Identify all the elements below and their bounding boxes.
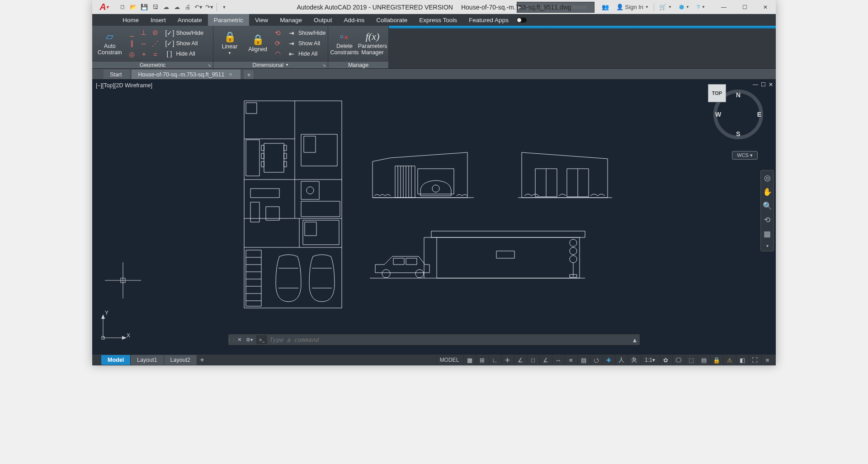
tab-parametric[interactable]: Parametric [208,14,249,26]
new-tab-button[interactable]: + [244,70,254,79]
qat-saveas-icon[interactable]: 🖫 [150,2,160,12]
maximize-button[interactable]: ☐ [734,0,755,14]
geom-showhide-button[interactable]: [✓]Show/Hide [164,28,205,38]
nav-pan-icon[interactable]: ✋ [763,187,772,197]
qat-new-icon[interactable]: 🗋 [118,2,127,12]
tab-addins[interactable]: Add-ins [338,14,370,26]
collinear-icon[interactable]: ⋰ [150,38,161,48]
exchange-button[interactable]: 🛒▼ [656,0,675,14]
tab-manage[interactable]: Manage [274,14,308,26]
tab-view[interactable]: View [249,14,274,26]
view-cube[interactable]: N S E W TOP [713,90,763,139]
help-button[interactable]: ?▼ [693,0,709,14]
status-scale-button[interactable]: 1:1 ▾ [641,355,659,365]
tangent-icon[interactable]: ⊘ [150,28,161,38]
app-logo[interactable]: A▾ [92,0,116,14]
qat-redo-icon[interactable]: ↷▾ [204,2,214,12]
status-3dosnap-icon[interactable]: ∠ [539,355,551,365]
status-lweight-icon[interactable]: ≡ [565,355,576,365]
nav-orbit-icon[interactable]: ⟲ [764,215,770,225]
parameters-manager-button[interactable]: f(x) Parameters Manager [360,28,385,59]
dim-hideall-button[interactable]: ⇤Hide All [286,49,327,59]
command-line[interactable]: ⋮⋮ ✕ ⚙▾ >_ ▴ [228,334,640,346]
tab-collaborate[interactable]: Collaborate [370,14,413,26]
viewcube-s[interactable]: S [736,130,740,137]
minimize-button[interactable]: — [713,0,734,14]
dim-ico2[interactable]: ⟳ [272,38,283,48]
status-grid-icon[interactable]: ▦ [463,355,475,365]
qat-dropdown-icon[interactable]: ▼ [219,2,229,12]
status-polar-icon[interactable]: ✛ [501,355,513,365]
status-annomon-icon[interactable]: ✚ [603,355,614,365]
status-custom-icon[interactable]: ≡ [761,355,773,365]
cmd-history-icon[interactable]: ▴ [630,336,640,344]
drawing-viewport[interactable]: [–][Top][2D Wireframe] — ☐ ✕ [92,80,776,355]
tab-featuredapps[interactable]: Featured Apps [463,14,514,26]
dim-ico3[interactable]: ◠ [272,49,283,59]
viewcube-e[interactable]: E [757,111,761,118]
viewcube-w[interactable]: W [715,111,721,118]
horizontal-icon[interactable]: ↔ [138,38,149,48]
status-osnap-icon[interactable]: □ [527,355,538,365]
cmd-drag-handle-icon[interactable]: ⋮⋮ [228,339,235,341]
app-badge-button[interactable]: ⬢▼ [675,0,693,14]
layout-tab-2[interactable]: Layout2 [164,355,197,365]
status-lock-icon[interactable]: 🔒 [710,355,722,365]
qat-open-icon[interactable]: 📂 [128,2,138,12]
status-annoscale-icon[interactable]: 人 [615,355,627,365]
geom-showall-button[interactable]: [✓]Show All [164,38,205,48]
drawing-canvas[interactable] [92,80,776,355]
status-hwacc-icon[interactable]: ◧ [736,355,748,365]
signin-button[interactable]: 👤Sign In▼ [613,0,652,14]
dim-showhide-button[interactable]: ⇥Show/Hide [286,28,327,38]
auto-constrain-button[interactable]: ▱ Auto Constrain [96,28,124,59]
concentric-icon[interactable]: ◎ [127,49,137,59]
geom-hideall-button[interactable]: [ ]Hide All [164,49,205,59]
symmetric-icon[interactable]: ⌖ [138,49,149,59]
panel-launcher-icon[interactable]: ↘ [208,63,211,67]
viewcube-top[interactable]: TOP [708,84,726,102]
aligned-button[interactable]: 🔒 Aligned [245,28,270,59]
nav-showmotion-icon[interactable]: ▦ [764,229,771,239]
tab-home[interactable]: Home [117,14,145,26]
ucs-icon[interactable]: Y X [99,311,130,344]
cmd-config-icon[interactable]: ⚙▾ [245,337,255,343]
tab-annotate[interactable]: Annotate [172,14,208,26]
status-cycling-icon[interactable]: ⭯ [590,355,602,365]
status-annovis-icon[interactable]: 夬 [628,355,640,365]
parallel-icon[interactable]: ∥ [127,38,137,48]
file-tab-start[interactable]: Start [103,69,130,79]
coincident-icon[interactable]: ⎯ [127,28,137,38]
wcs-badge[interactable]: WCS ▾ [732,151,758,160]
dim-ico1[interactable]: ⟲ [272,28,283,38]
qat-undo-icon[interactable]: ↶▾ [193,2,203,12]
nav-collapse-icon[interactable]: ▾ [766,243,769,248]
status-isolate-icon[interactable]: ⚠ [723,355,735,365]
tab-expresstools[interactable]: Express Tools [413,14,463,26]
qat-plot-icon[interactable]: 🖨 [183,2,193,12]
status-units-icon[interactable]: ⬚ [685,355,697,365]
tab-output[interactable]: Output [308,14,338,26]
cmd-close-icon[interactable]: ✕ [235,336,245,343]
a360-button[interactable]: 👥 [598,0,613,14]
status-monitor-icon[interactable]: 🖵 [672,355,684,365]
close-button[interactable]: ✕ [755,0,776,14]
status-qprops-icon[interactable]: ▤ [698,355,709,365]
status-snap-icon[interactable]: ⊞ [476,355,488,365]
cmd-input[interactable] [269,336,630,343]
close-tab-icon[interactable]: ✕ [229,72,232,77]
layout-tab-model[interactable]: Model [101,355,131,365]
nav-zoom-icon[interactable]: 🔍 [763,201,772,211]
file-tab-doc[interactable]: House-of-70-sq.-m.753-sq.ft_9511✕ [131,69,241,79]
perpendicular-icon[interactable]: ⊥ [138,28,149,38]
status-ws-icon[interactable]: ✿ [660,355,671,365]
qat-web-save-icon[interactable]: ☁ [172,2,182,12]
status-otrack-icon[interactable]: ↔ [552,355,564,365]
layout-add-button[interactable]: + [197,355,207,365]
viewcube-n[interactable]: N [736,91,741,99]
linear-button[interactable]: 🔒 Linear▼ [217,28,242,59]
equal-icon[interactable]: = [150,49,161,59]
status-clean-icon[interactable]: ⛶ [749,355,760,365]
status-transparency-icon[interactable]: ▨ [577,355,589,365]
layout-tab-1[interactable]: Layout1 [131,355,164,365]
